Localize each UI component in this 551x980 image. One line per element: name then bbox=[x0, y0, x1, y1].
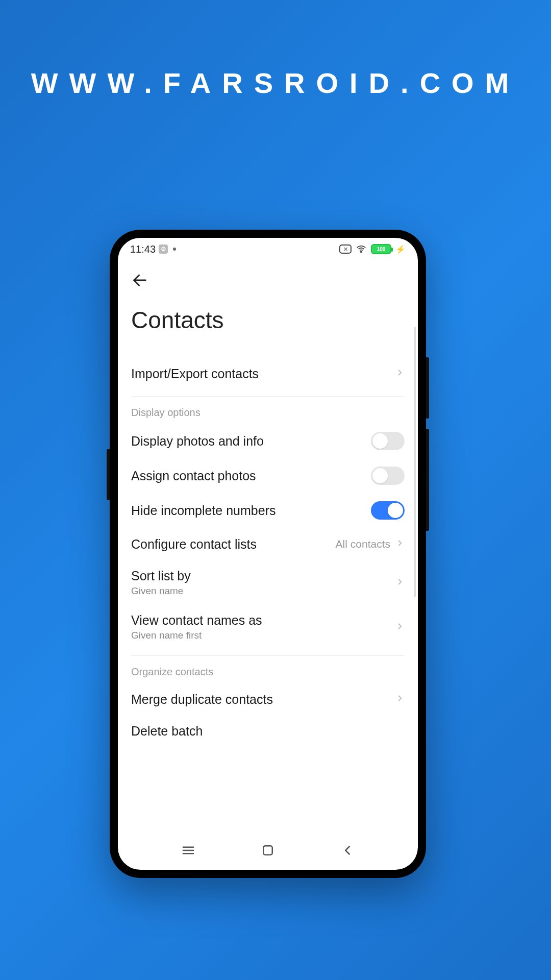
row-label: Display photos and info bbox=[131, 434, 264, 449]
nav-home-button[interactable] bbox=[255, 838, 281, 863]
row-label: Merge duplicate contacts bbox=[131, 692, 273, 707]
status-dot-icon bbox=[173, 248, 176, 251]
row-sub: Given name bbox=[131, 585, 191, 597]
chevron-right-icon bbox=[395, 577, 405, 589]
row-label: Import/Export contacts bbox=[131, 366, 259, 381]
row-import-export[interactable]: Import/Export contacts bbox=[131, 357, 405, 390]
phone-side-button bbox=[426, 429, 429, 531]
wifi-icon bbox=[356, 243, 367, 255]
scrollbar[interactable] bbox=[414, 327, 416, 597]
status-ime-icon: ✕ bbox=[339, 244, 352, 254]
divider bbox=[131, 655, 405, 656]
chevron-right-icon bbox=[395, 538, 405, 550]
phone-side-button bbox=[426, 357, 429, 419]
row-configure-lists[interactable]: Configure contact lists All contacts bbox=[131, 528, 405, 560]
row-sort-by[interactable]: Sort list by Given name bbox=[131, 560, 405, 605]
row-display-photos[interactable]: Display photos and info bbox=[131, 424, 405, 458]
row-label: Hide incomplete numbers bbox=[131, 503, 276, 518]
back-button[interactable] bbox=[131, 270, 153, 291]
row-value: All contacts bbox=[336, 538, 390, 550]
content-area: Contacts Import/Export contacts Display … bbox=[118, 260, 418, 835]
row-merge-duplicates[interactable]: Merge duplicate contacts bbox=[131, 683, 405, 716]
battery-icon: 100 bbox=[371, 244, 391, 254]
row-label: Sort list by bbox=[131, 569, 191, 583]
status-right: ✕ 100 ⚡ bbox=[339, 243, 406, 255]
svg-point-0 bbox=[361, 251, 362, 252]
row-hide-incomplete[interactable]: Hide incomplete numbers bbox=[131, 493, 405, 528]
screen: 11:43 ⚙ ✕ 100 ⚡ bbox=[118, 238, 418, 870]
svg-rect-5 bbox=[263, 846, 272, 855]
divider bbox=[131, 396, 405, 397]
chevron-right-icon bbox=[395, 368, 405, 380]
toggle-assign-photos[interactable] bbox=[371, 467, 405, 485]
system-navbar bbox=[118, 835, 418, 870]
status-left: 11:43 ⚙ bbox=[130, 243, 176, 255]
row-label: View contact names as bbox=[131, 613, 262, 628]
row-view-names-as[interactable]: View contact names as Given name first bbox=[131, 605, 405, 649]
nav-recents-button[interactable] bbox=[176, 838, 201, 863]
toggle-hide-incomplete[interactable] bbox=[371, 501, 405, 520]
charging-icon: ⚡ bbox=[395, 244, 406, 254]
status-bar: 11:43 ⚙ ✕ 100 ⚡ bbox=[118, 238, 418, 260]
section-header-organize: Organize contacts bbox=[131, 666, 405, 678]
chevron-right-icon bbox=[395, 621, 405, 633]
page-title: Contacts bbox=[131, 306, 405, 334]
status-time: 11:43 bbox=[130, 243, 156, 255]
nav-back-button[interactable] bbox=[335, 838, 360, 863]
row-delete-batch[interactable]: Delete batch bbox=[131, 716, 405, 739]
row-sub: Given name first bbox=[131, 630, 262, 641]
phone-frame: 11:43 ⚙ ✕ 100 ⚡ bbox=[110, 230, 426, 878]
phone-side-button bbox=[107, 449, 110, 500]
toggle-display-photos[interactable] bbox=[371, 432, 405, 450]
status-app-icon: ⚙ bbox=[159, 244, 168, 254]
section-header-display: Display options bbox=[131, 407, 405, 419]
row-assign-photos[interactable]: Assign contact photos bbox=[131, 458, 405, 493]
watermark-text: WWW.FARSROID.COM bbox=[0, 0, 551, 100]
row-label: Configure contact lists bbox=[131, 537, 257, 552]
chevron-right-icon bbox=[395, 693, 405, 705]
row-label: Assign contact photos bbox=[131, 469, 256, 483]
row-label: Delete batch bbox=[131, 724, 203, 739]
